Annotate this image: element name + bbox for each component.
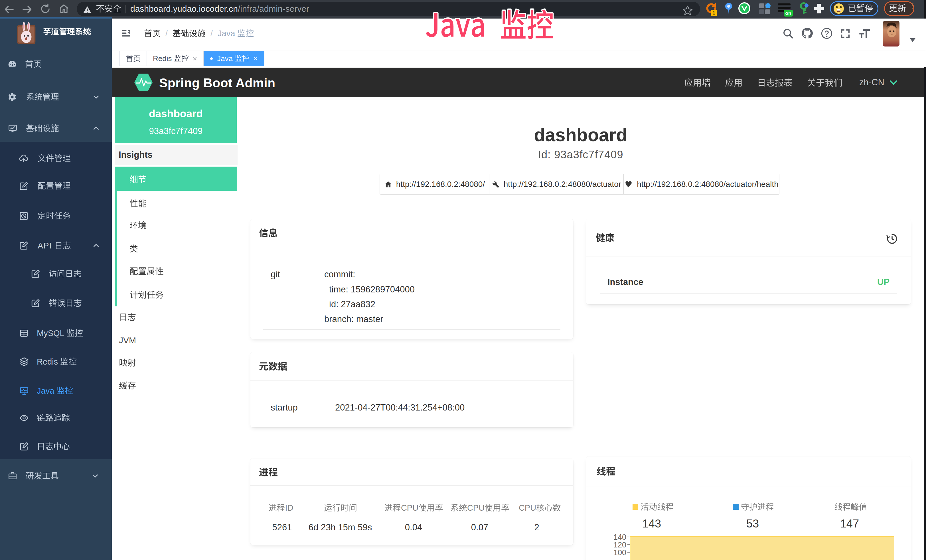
svg-text:1: 1 bbox=[713, 10, 715, 16]
svg-text:on: on bbox=[785, 11, 791, 16]
